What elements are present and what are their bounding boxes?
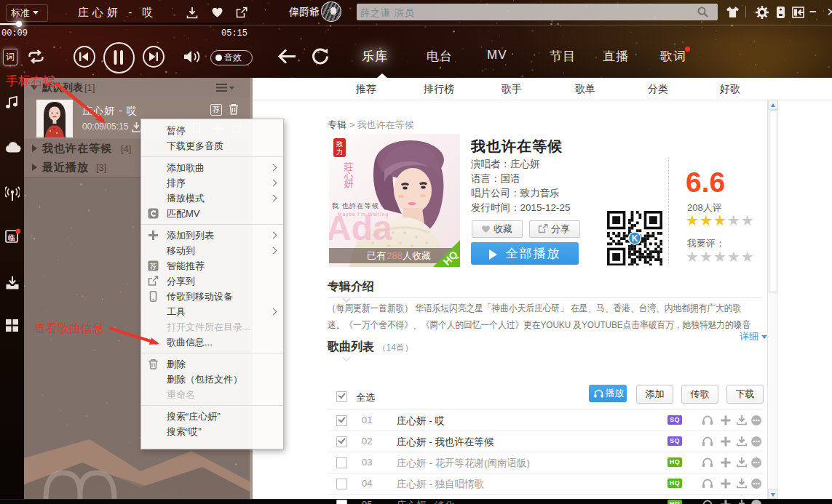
menu-item-delete-with-file[interactable]: 删除（包括文件） <box>141 372 283 387</box>
next-button[interactable] <box>143 46 165 68</box>
song-row-02[interactable]: 02庄心妍 - 我也许在等候SQ <box>328 431 762 452</box>
song-row-01[interactable]: 01庄心妍 - 哎SQ <box>328 409 762 431</box>
playlist-menu-icon[interactable] <box>215 83 234 92</box>
download-button[interactable]: 下载 <box>726 385 764 404</box>
menu-item-send-to-device[interactable]: 传歌到移动设备 <box>141 289 283 304</box>
album-cover[interactable]: 致 力 莊心妍 我 也許在等候 Maybe I'm Waiting Ada 已有… <box>329 134 460 267</box>
temp-playlist-icon[interactable]: 临 <box>5 228 21 243</box>
select-all-checkbox[interactable] <box>336 391 347 402</box>
more-options-icon[interactable] <box>750 478 762 489</box>
skin-tshirt-icon[interactable] <box>726 6 740 18</box>
content-scrollbar[interactable] <box>767 100 777 499</box>
menu-item-download-quality[interactable]: 下载更多音质 <box>141 138 283 153</box>
star-icon[interactable]: ★ <box>700 212 713 228</box>
mini-mode-icon[interactable] <box>792 7 805 18</box>
phone-transfer-icon[interactable] <box>776 6 785 19</box>
add-plus-icon[interactable] <box>720 457 732 468</box>
favorite-button[interactable]: 收藏 <box>472 220 523 238</box>
download-tray-icon[interactable] <box>736 436 748 447</box>
download-tray-icon[interactable] <box>736 499 748 504</box>
scroll-down-button[interactable] <box>768 489 778 499</box>
radio-broadcast-icon[interactable] <box>5 185 20 201</box>
playlist-header[interactable]: 默认列表 [1] <box>24 78 250 98</box>
play-selected-button[interactable]: 播放 <box>589 385 627 402</box>
menu-item-move-to[interactable]: 移动到 <box>141 243 283 258</box>
subnav-goodsongs[interactable]: 好歌 <box>720 83 740 96</box>
recommend-badge[interactable]: 荐 <box>210 104 222 116</box>
download-manager-icon[interactable] <box>5 276 20 290</box>
menu-item-pause[interactable]: 暂停 <box>141 123 283 138</box>
cloud-music-icon[interactable] <box>5 141 21 153</box>
menu-item-match-mv[interactable]: 匹配MV <box>141 206 283 221</box>
pause-button[interactable] <box>103 42 135 73</box>
username[interactable]: 偉爵爺 <box>289 6 320 19</box>
star-icon[interactable]: ★ <box>686 249 700 265</box>
previous-button[interactable] <box>74 46 95 68</box>
menu-item-sort[interactable]: 排序 <box>141 175 283 191</box>
menu-item-play-mode[interactable]: 播放模式 <box>141 191 283 206</box>
play-mode-loop-icon[interactable] <box>28 49 44 64</box>
menu-item-add-to-list[interactable]: 添加到列表 <box>141 228 283 243</box>
download-tray-icon[interactable] <box>736 415 748 425</box>
menu-item-tools[interactable]: 工具 <box>141 304 283 319</box>
song-title[interactable]: 庄心妍 - 淡化 <box>397 499 455 504</box>
send-to-device-button[interactable]: 传歌 <box>681 385 718 404</box>
song-title[interactable]: 庄心妍 - 独自唱情歌 <box>397 478 484 491</box>
progress-bar-track[interactable] <box>0 23 243 25</box>
song-checkbox[interactable] <box>336 500 347 504</box>
nav-tab-programs[interactable]: 节目 <box>550 48 576 65</box>
menu-item-share-to[interactable]: 分享到 <box>141 273 283 289</box>
nav-tab-radio[interactable]: 电台 <box>427 48 453 65</box>
nav-tab-live[interactable]: 直播 <box>603 48 629 65</box>
song-row-03[interactable]: 03庄心妍 - 花开等花谢(闽南语版)HQ <box>328 452 762 473</box>
menu-item-add-songs[interactable]: 添加歌曲 <box>141 160 283 175</box>
menu-item-search-artist[interactable]: 搜索“庄心妍” <box>141 409 283 424</box>
avatar[interactable] <box>321 1 341 22</box>
trash-icon[interactable] <box>229 103 239 115</box>
nav-tab-lyrics[interactable]: 歌词 <box>660 48 686 65</box>
download-song-icon[interactable] <box>186 7 198 19</box>
song-title[interactable]: 庄心妍 - 我也许在等候 <box>397 436 494 449</box>
add-plus-icon[interactable] <box>720 436 732 447</box>
star-icon[interactable]: ★ <box>727 249 741 265</box>
song-checkbox[interactable] <box>336 457 347 468</box>
settings-gear-icon[interactable] <box>756 6 769 19</box>
minimize-button[interactable]: – <box>809 4 820 17</box>
favorite-heart-icon[interactable] <box>211 7 223 18</box>
subnav-singers[interactable]: 歌手 <box>502 83 522 96</box>
menu-item-delete[interactable]: 删除 <box>141 356 283 372</box>
sound-effect-button[interactable]: 音效 <box>210 50 253 65</box>
menu-item-smart-recommend[interactable]: 荐 智能推荐 <box>141 258 283 273</box>
more-options-icon[interactable] <box>750 499 762 504</box>
subnav-recommend[interactable]: 推荐 <box>356 83 376 96</box>
listen-headphone-icon[interactable] <box>702 436 713 447</box>
apps-grid-icon[interactable] <box>5 319 19 332</box>
nav-tab-mv[interactable]: MV <box>487 48 507 63</box>
song-row-04[interactable]: 04庄心妍 - 独自唱情歌HQ <box>328 473 762 495</box>
share-button[interactable]: 分享 <box>529 220 580 238</box>
star-icon[interactable]: ★ <box>700 249 713 265</box>
song-checkbox[interactable] <box>336 436 347 447</box>
expand-arrow-icon[interactable] <box>32 164 37 171</box>
close-button[interactable]: × <box>827 3 832 17</box>
collapse-arrow-icon[interactable] <box>31 85 38 90</box>
quality-selector[interactable]: 标准 <box>6 4 48 22</box>
add-plus-icon[interactable] <box>720 415 732 426</box>
song-checkbox[interactable] <box>336 415 347 426</box>
music-library-icon[interactable] <box>5 95 20 110</box>
my-rating-stars[interactable]: ★★★★★ <box>686 248 755 265</box>
progress-bar-knob[interactable] <box>16 21 22 27</box>
search-icon[interactable] <box>697 6 709 18</box>
star-icon[interactable]: ★ <box>727 212 741 228</box>
download-tray-icon[interactable] <box>736 457 748 468</box>
download-tray-icon[interactable] <box>736 478 748 489</box>
song-title[interactable]: 庄心妍 - 哎 <box>397 415 445 428</box>
scroll-up-button[interactable] <box>768 100 778 110</box>
subnav-charts[interactable]: 排行榜 <box>424 83 454 96</box>
listen-headphone-icon[interactable] <box>702 415 713 425</box>
star-icon[interactable]: ★ <box>686 212 700 228</box>
more-options-icon[interactable] <box>750 457 762 468</box>
lyrics-toggle-button[interactable]: 词 <box>3 49 17 65</box>
song-title[interactable]: 庄心妍 - 花开等花谢(闽南语版) <box>397 457 530 470</box>
add-plus-icon[interactable] <box>720 499 732 504</box>
